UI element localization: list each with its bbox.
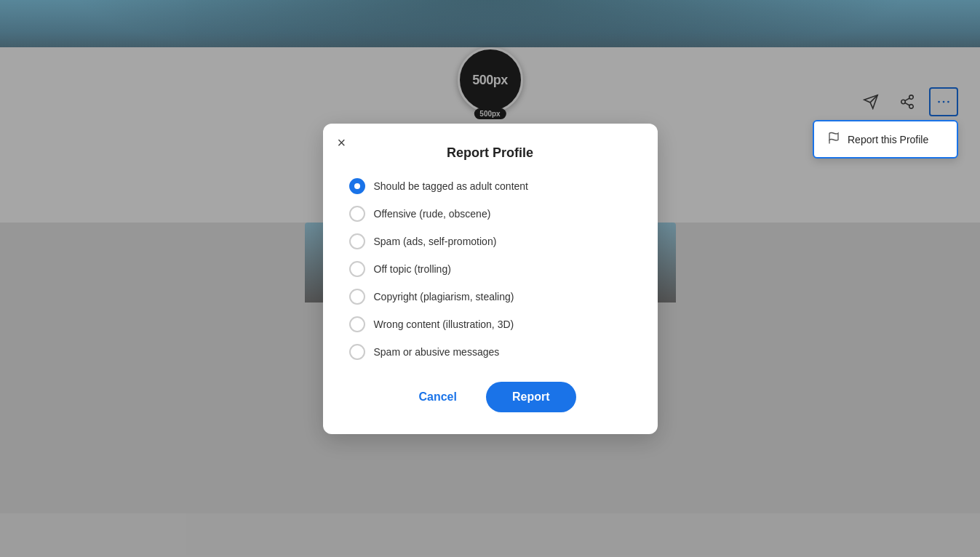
radio-circle [349,289,365,305]
radio-label: Spam or abusive messages [374,346,500,358]
radio-label: Offensive (rude, obscene) [374,208,491,220]
modal-title: Report Profile [349,145,632,161]
report-modal: × Report Profile Should be tagged as adu… [323,124,658,434]
radio-label: Copyright (plagiarism, stealing) [374,291,514,302]
report-profile-item[interactable]: Report this Profile [814,121,957,157]
radio-circle [349,178,365,194]
modal-close-button[interactable]: × [338,135,346,150]
radio-group: Should be tagged as adult contentOffensi… [349,178,632,360]
modal-overlay: × Report Profile Should be tagged as adu… [0,0,980,557]
radio-label: Should be tagged as adult content [374,180,529,192]
radio-option[interactable]: Offensive (rude, obscene) [349,206,632,222]
cancel-button[interactable]: Cancel [404,383,471,411]
radio-circle [349,206,365,222]
radio-circle [349,233,365,249]
radio-option[interactable]: Off topic (trolling) [349,261,632,277]
radio-option[interactable]: Spam (ads, self-promotion) [349,233,632,249]
radio-option[interactable]: Should be tagged as adult content [349,178,632,194]
report-submit-button[interactable]: Report [486,382,576,412]
radio-circle [349,344,365,360]
radio-circle [349,261,365,277]
radio-option[interactable]: Wrong content (illustration, 3D) [349,316,632,332]
modal-actions: Cancel Report [349,382,632,412]
radio-label: Wrong content (illustration, 3D) [374,318,514,330]
report-profile-label: Report this Profile [848,134,928,145]
radio-option[interactable]: Copyright (plagiarism, stealing) [349,289,632,305]
radio-circle [349,316,365,332]
report-dropdown: Report this Profile [813,120,958,159]
flag-icon [827,132,840,147]
radio-label: Off topic (trolling) [374,263,451,275]
radio-option[interactable]: Spam or abusive messages [349,344,632,360]
radio-label: Spam (ads, self-promotion) [374,236,497,247]
